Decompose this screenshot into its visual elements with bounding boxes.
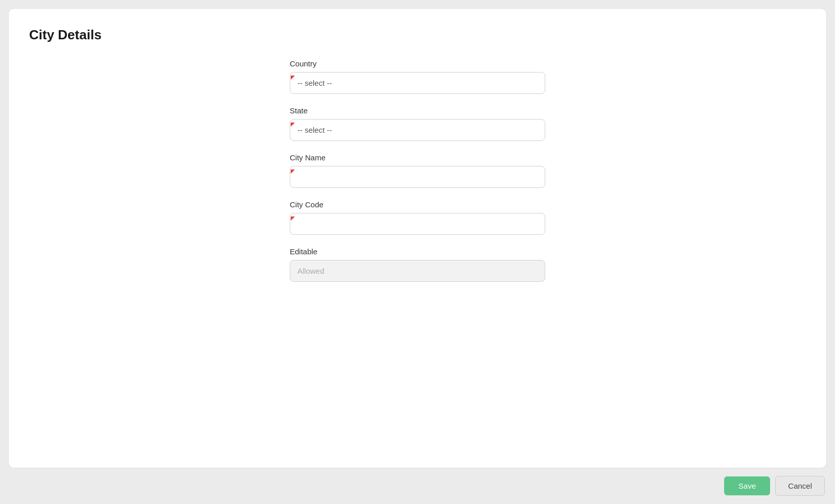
- city-name-input[interactable]: [290, 166, 545, 188]
- country-label: Country: [290, 59, 545, 68]
- state-group: State -- select --: [290, 106, 545, 141]
- country-select[interactable]: -- select --: [290, 72, 545, 94]
- page-title: City Details: [29, 27, 806, 43]
- footer-buttons: Save Cancel: [724, 476, 825, 496]
- editable-label: Editable: [290, 247, 545, 256]
- city-code-group: City Code: [290, 200, 545, 235]
- cancel-button[interactable]: Cancel: [775, 476, 825, 496]
- editable-input: [290, 260, 545, 282]
- editable-group: Editable: [290, 247, 545, 282]
- city-name-group: City Name: [290, 153, 545, 188]
- state-select[interactable]: -- select --: [290, 119, 545, 141]
- form-container: Country -- select -- State -- select -- …: [29, 59, 806, 294]
- country-group: Country -- select --: [290, 59, 545, 94]
- city-code-label: City Code: [290, 200, 545, 209]
- state-label: State: [290, 106, 545, 115]
- city-name-label: City Name: [290, 153, 545, 162]
- page-wrapper: City Details Country -- select -- State …: [0, 0, 835, 504]
- city-code-input[interactable]: [290, 213, 545, 235]
- city-details-card: City Details Country -- select -- State …: [8, 8, 827, 468]
- save-button[interactable]: Save: [724, 476, 770, 495]
